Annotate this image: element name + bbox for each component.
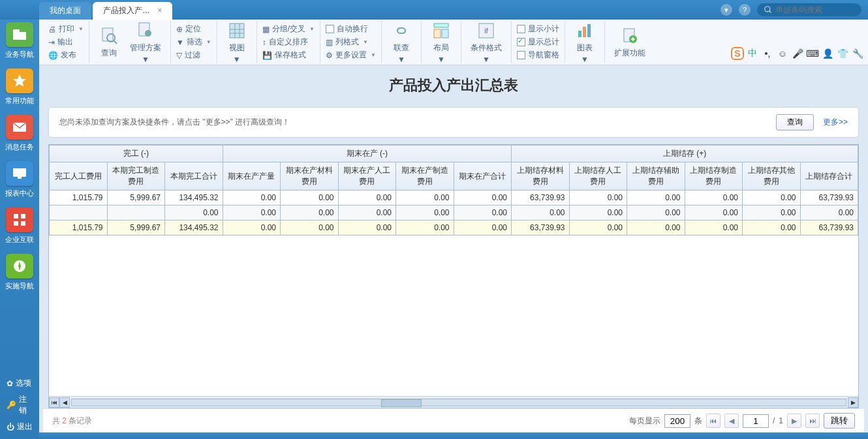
- tab-desktop[interactable]: 我的桌面: [39, 2, 91, 20]
- export-button[interactable]: ⇥输出: [48, 37, 84, 48]
- column-header[interactable]: 期末在产人工费用: [338, 162, 396, 190]
- column-group-header[interactable]: 完工 (-): [50, 145, 223, 162]
- more-link[interactable]: 更多>>: [823, 117, 848, 128]
- chart-button[interactable]: 图表▼: [570, 19, 599, 65]
- column-header[interactable]: 本期完工制造费用: [107, 162, 165, 190]
- subtotal-checkbox[interactable]: 显示小计: [517, 23, 559, 35]
- publish-button[interactable]: 🌐发布: [48, 50, 84, 61]
- target-icon: ⊕: [176, 25, 183, 34]
- column-header[interactable]: 上期结存合计: [800, 162, 858, 190]
- column-header[interactable]: 上期结存辅助费用: [627, 162, 685, 190]
- cell: 1,015.79: [50, 190, 108, 205]
- table-row[interactable]: 1,015.795,999.67134,495.320.000.000.000.…: [50, 190, 858, 205]
- sort-button[interactable]: ↕自定义排序: [262, 37, 315, 48]
- sidebar-item-reports[interactable]: 报表中心: [0, 161, 39, 198]
- barchart-icon: [574, 20, 595, 41]
- ime-user-icon[interactable]: 👤: [821, 47, 834, 60]
- cell: 0.00: [569, 190, 627, 205]
- print-button[interactable]: 🖨打印▼: [48, 23, 84, 35]
- column-header[interactable]: 上期结存其他费用: [743, 162, 801, 190]
- column-header[interactable]: 本期完工合计: [165, 162, 223, 190]
- locate-button[interactable]: ⊕定位: [176, 23, 211, 35]
- sogou-icon[interactable]: S: [731, 47, 744, 60]
- key-icon: 🔑: [7, 401, 16, 410]
- scroll-left-icon[interactable]: ◀: [59, 397, 70, 408]
- tab-product-io[interactable]: 产品投入产… ×: [93, 2, 172, 20]
- query-button[interactable]: 查询: [776, 114, 814, 130]
- ime-tool-icon[interactable]: 🔧: [851, 47, 864, 60]
- search-input[interactable]: [775, 5, 854, 14]
- ime-lang-button[interactable]: 中: [746, 47, 759, 60]
- column-header[interactable]: 期末在产产量: [223, 162, 281, 190]
- sidebar-item-common[interactable]: 常用功能: [0, 68, 39, 106]
- clear-filter-button[interactable]: ▽过滤: [176, 50, 211, 61]
- perpage-input[interactable]: [664, 414, 690, 428]
- close-icon[interactable]: ×: [157, 6, 162, 15]
- column-group-header[interactable]: 期末在产 (-): [223, 145, 512, 162]
- cell: 0.00: [396, 205, 454, 220]
- ime-skin-icon[interactable]: 👕: [836, 47, 849, 60]
- search-icon: [764, 5, 773, 14]
- cell: 0.00: [743, 205, 801, 220]
- sidebar-logout[interactable]: 🔑注销: [3, 391, 37, 419]
- layout-icon: [431, 20, 452, 41]
- autowrap-checkbox[interactable]: 自动换行: [326, 23, 376, 35]
- cond-format-button[interactable]: if条件格式▼: [467, 19, 506, 65]
- sidebar-item-messages[interactable]: 消息任务: [0, 115, 39, 152]
- ime-mic-icon[interactable]: 🎤: [791, 47, 804, 60]
- extend-button[interactable]: 扩展功能: [610, 24, 649, 60]
- dropdown-icon[interactable]: ▾: [721, 4, 732, 16]
- view-button[interactable]: 视图▼: [223, 19, 251, 65]
- total-checkbox[interactable]: 显示总计: [517, 37, 559, 48]
- navpane-checkbox[interactable]: 导航窗格: [517, 50, 559, 61]
- ime-icon[interactable]: •,: [761, 47, 774, 60]
- next-page-icon[interactable]: ▶: [787, 414, 801, 428]
- scroll-right-icon[interactable]: ▶: [848, 397, 858, 408]
- cell: 0.00: [223, 190, 281, 205]
- more-settings-button[interactable]: ⚙更多设置▼: [326, 50, 376, 61]
- first-page-icon[interactable]: ⏮: [706, 414, 721, 428]
- sidebar-item-enterprise[interactable]: 企业互联: [0, 207, 39, 245]
- sidebar-exit[interactable]: ⏻退出: [3, 419, 37, 435]
- sidebar-item-biznav[interactable]: 业务导航: [0, 22, 39, 59]
- cell: 0.00: [454, 205, 512, 220]
- scroll-start-icon[interactable]: ⏮: [49, 397, 59, 408]
- cell: 0.00: [512, 205, 570, 220]
- plan-button[interactable]: 管理方案▼: [126, 19, 165, 65]
- column-header[interactable]: 期末在产材料费用: [281, 162, 339, 190]
- svg-rect-25: [434, 29, 441, 38]
- horizontal-scrollbar[interactable]: ⏮ ◀ ▶: [49, 396, 858, 408]
- data-table: 完工 (-)期末在产 (-)上期结存 (+) 完工人工费用本期完工制造费用本期完…: [48, 144, 859, 408]
- column-header[interactable]: 期末在产合计: [454, 162, 512, 190]
- jump-button[interactable]: 跳转: [824, 413, 855, 429]
- column-group-header[interactable]: 上期结存 (+): [512, 145, 858, 162]
- group-icon: ▦: [262, 25, 270, 34]
- column-header[interactable]: 上期结存材料费用: [512, 162, 570, 190]
- column-header[interactable]: 上期结存人工费用: [569, 162, 627, 190]
- group-button[interactable]: ▦分组/交叉▼: [262, 23, 315, 35]
- layout-button[interactable]: 布局▼: [427, 19, 456, 65]
- column-header[interactable]: 上期结存制造费用: [685, 162, 743, 190]
- last-page-icon[interactable]: ⏭: [805, 414, 820, 428]
- sidebar-item-label: 业务导航: [5, 50, 34, 59]
- table-row[interactable]: 0.000.000.000.000.000.000.000.000.000.00…: [50, 205, 858, 220]
- filter-button[interactable]: ▼筛选▼: [176, 37, 211, 48]
- barcode-search[interactable]: [757, 3, 861, 16]
- query-button[interactable]: 查询: [95, 24, 123, 60]
- page-input[interactable]: [743, 414, 769, 428]
- save-format-button[interactable]: 💾保存格式: [262, 50, 315, 61]
- column-header[interactable]: 期末在产制造费用: [396, 162, 454, 190]
- table-scroll[interactable]: 完工 (-)期末在产 (-)上期结存 (+) 完工人工费用本期完工制造费用本期完…: [49, 145, 858, 396]
- ime-emoji-icon[interactable]: ☺: [776, 47, 789, 60]
- column-header[interactable]: 完工人工费用: [50, 162, 108, 190]
- scroll-thumb[interactable]: [71, 399, 846, 406]
- table-row[interactable]: 1,015.795,999.67134,495.320.000.000.000.…: [50, 220, 858, 235]
- chevron-down-icon: ▼: [78, 26, 84, 32]
- help-icon[interactable]: ?: [739, 4, 751, 16]
- ime-keyboard-icon[interactable]: ⌨: [806, 47, 819, 60]
- column-format-button[interactable]: ▥列格式▼: [326, 37, 376, 48]
- sidebar-item-impl[interactable]: 实施导航: [0, 254, 39, 291]
- link-query-button[interactable]: 联查▼: [387, 19, 416, 65]
- prev-page-icon[interactable]: ◀: [724, 414, 739, 428]
- sidebar-options[interactable]: ✿选项: [3, 375, 37, 391]
